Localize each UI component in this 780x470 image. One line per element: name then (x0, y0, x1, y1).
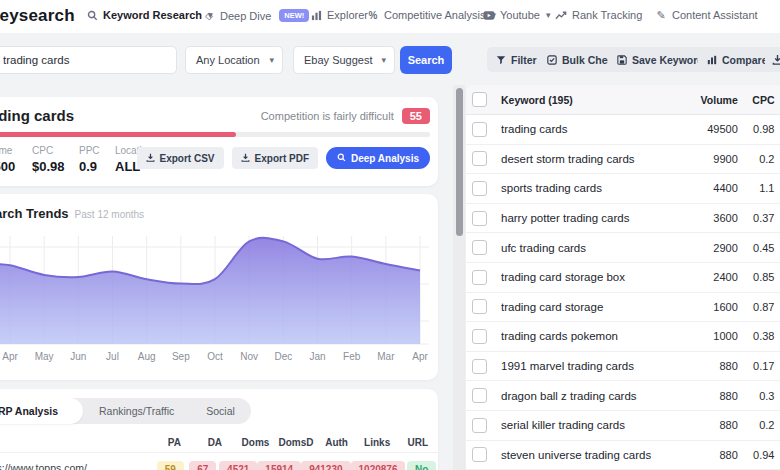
export-csv-button[interactable]: Export CSV (137, 147, 224, 169)
nav-explorer[interactable]: Explorer (310, 9, 368, 21)
keyword-cell-ppc: 0.8 (774, 449, 780, 461)
keyword-cell-volume: 2400 (685, 271, 738, 283)
keyword-row[interactable]: trading cards pokemon10000.381 (466, 322, 780, 352)
x-axis-tick-label: Oct (207, 351, 223, 362)
row-checkbox[interactable] (472, 388, 487, 403)
keywords-col-cpc: CPC (738, 94, 775, 106)
competition-score-badge: 55 (402, 108, 430, 124)
chevron-down-icon: ▾ (381, 55, 386, 65)
tab-serp-analysis[interactable]: SERP Analysis (0, 398, 83, 424)
nav-keyword-research[interactable]: Keyword Research ▾ (86, 9, 213, 21)
serp-tabs: SERP Analysis Rankings/Traffic Social (0, 398, 251, 424)
keywords-table-header: Keyword (195) Volume CPC PPC (466, 85, 780, 115)
x-axis-tick-label: Apr (2, 351, 18, 362)
row-checkbox[interactable] (472, 151, 487, 166)
nav-label: Competitive Analysis (384, 9, 486, 21)
row-checkbox[interactable] (472, 418, 487, 433)
brand-logo[interactable]: Keysearch (0, 6, 75, 26)
keyword-row[interactable]: 1991 marvel trading cards8800.170.96 (466, 352, 780, 382)
serp-col-doms: Doms (235, 437, 276, 448)
metric-value-ppc: 0.9 (79, 159, 115, 174)
row-checkbox[interactable] (472, 299, 487, 314)
keyword-cell-name: 1991 marvel trading cards (501, 360, 685, 372)
keyword-cell-name: sports trading cards (501, 182, 685, 194)
x-axis-tick-label: Jul (106, 351, 119, 362)
keyword-cell-ppc: 1 (774, 271, 780, 283)
keyword-cell-ppc: 1 (774, 242, 780, 254)
suggest-source-select[interactable]: Ebay Suggest ▾ (293, 46, 395, 74)
keywords-panel: Keyword (195) Volume CPC PPC trading car… (466, 85, 780, 470)
nav-competitive-analysis[interactable]: % Competitive Analysis ▾ (367, 9, 496, 21)
row-checkbox[interactable] (472, 359, 487, 374)
vertical-scrollbar-thumb[interactable] (456, 88, 463, 236)
keyword-row[interactable]: serial killer trading cards8800.20.18 (466, 411, 780, 441)
trend-area-fill (0, 238, 420, 344)
competition-label: Competition is fairly difficult (261, 110, 394, 122)
keyword-overview-card: trading cards Competition is fairly diff… (0, 97, 438, 186)
location-select[interactable]: Any Location ▾ (185, 46, 283, 74)
export-pdf-button[interactable]: Export PDF (232, 147, 318, 169)
export-button[interactable] (765, 47, 780, 72)
x-axis-tick-label: Jun (70, 351, 86, 362)
keyword-cell-cpc: 0.94 (738, 449, 775, 461)
keyword-row[interactable]: harry potter trading cards36000.371 (466, 204, 780, 234)
row-checkbox[interactable] (472, 270, 487, 285)
metric-label-cpc: CPC (32, 145, 79, 156)
search-trends-card: Search Trends Past 12 months AprMayJunJu… (0, 194, 438, 380)
search-button[interactable]: Search (400, 46, 452, 74)
export-csv-label: Export CSV (160, 153, 215, 164)
vertical-scrollbar-track[interactable] (453, 85, 465, 470)
keyword-cell-name: trading cards (501, 123, 685, 135)
row-checkbox[interactable] (472, 240, 487, 255)
keyword-row[interactable]: desert storm trading cards99000.21 (466, 145, 780, 175)
keyword-row[interactable]: sports trading cards44001.10.99 (466, 174, 780, 204)
serp-col-domsd: DomsD (276, 437, 317, 448)
nav-youtube[interactable]: Youtube ▾ (483, 9, 551, 21)
x-axis-tick-label: Apr (412, 351, 428, 362)
keyword-cell-ppc: 1 (774, 330, 780, 342)
floppy-icon (617, 55, 627, 65)
tab-rankings-traffic[interactable]: Rankings/Traffic (83, 398, 190, 424)
keyword-search-input[interactable] (0, 46, 177, 74)
keyword-cell-volume: 3600 (685, 212, 738, 224)
keyword-cell-volume: 49500 (685, 123, 738, 135)
trends-title: Search Trends (0, 206, 69, 221)
nav-content-assistant[interactable]: ✎ Content Assistant (655, 9, 758, 21)
trends-subtitle: Past 12 months (75, 209, 144, 220)
competition-progress-fill (0, 132, 236, 137)
row-checkbox[interactable] (472, 181, 487, 196)
keyword-cell-volume: 880 (685, 390, 738, 402)
row-checkbox[interactable] (472, 447, 487, 462)
filter-button[interactable]: Filter (487, 47, 546, 72)
row-checkbox[interactable] (472, 211, 487, 226)
serp-col-links: Links (357, 437, 398, 448)
keyword-cell-volume: 9900 (685, 153, 738, 165)
serp-result-url[interactable]: https://www.topps.com/... (0, 462, 154, 470)
bar-chart-icon (310, 9, 322, 21)
trend-icon (555, 9, 567, 21)
keyword-row[interactable]: dragon ball z trading cards8800.31 (466, 381, 780, 411)
keyword-row[interactable]: trading cards495000.980.9 (466, 115, 780, 145)
deep-analysis-button[interactable]: Deep Analysis (326, 147, 430, 169)
keyword-cell-cpc: 0.2 (738, 419, 775, 431)
row-checkbox[interactable] (472, 329, 487, 344)
keyword-cell-cpc: 0.87 (738, 301, 775, 313)
select-all-checkbox[interactable] (472, 92, 487, 107)
keyword-row[interactable]: trading card storage box24000.851 (466, 263, 780, 293)
page: Keysearch Keyword Research ▾ ◇ Deep Dive… (0, 0, 780, 470)
nav-deep-dive[interactable]: ◇ Deep Dive NEW! (203, 9, 309, 22)
row-checkbox[interactable] (472, 122, 487, 137)
keyword-row[interactable]: trading card storage16000.871 (466, 293, 780, 323)
serp-col-auth: Auth (316, 437, 357, 448)
suggest-select-value: Ebay Suggest (304, 54, 373, 66)
tab-social[interactable]: Social (190, 398, 251, 424)
search-icon (86, 9, 98, 21)
keyword-row[interactable]: ufc trading cards29000.451 (466, 233, 780, 263)
keywords-table-body: trading cards495000.980.9desert storm tr… (466, 115, 780, 470)
keyword-cell-volume: 880 (685, 449, 738, 461)
keyword-cell-cpc: 0.17 (738, 360, 775, 372)
keyword-row[interactable]: steven universe trading cards8800.940.8 (466, 441, 780, 470)
keyword-cell-ppc: 1 (774, 390, 780, 402)
nav-label: Youtube (500, 9, 540, 21)
nav-rank-tracking[interactable]: Rank Tracking (555, 9, 642, 21)
